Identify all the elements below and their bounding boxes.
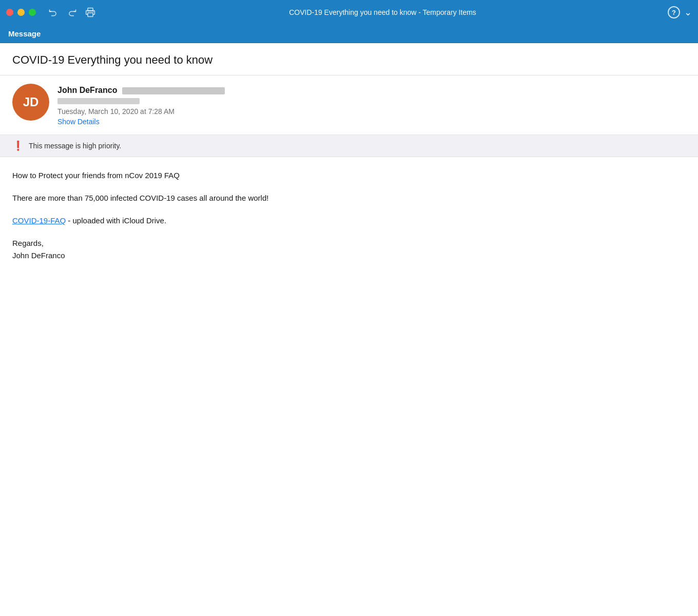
exclamation-icon: ❗ [12,140,24,151]
undo-button[interactable] [46,5,61,20]
toolbar-buttons [46,5,98,20]
sender-info: John DeFranco Tuesday, March 10, 2020 at… [57,84,686,126]
redo-button[interactable] [65,5,79,20]
sender-to-blurred [57,98,140,104]
title-bar: COVID-19 Everything you need to know - T… [0,0,698,25]
title-bar-actions: ? ⌄ [668,6,692,18]
priority-text: This message is high priority. [29,142,121,150]
priority-banner: ❗ This message is high priority. [0,135,698,157]
help-button[interactable]: ? [668,6,680,18]
print-button[interactable] [83,5,98,20]
close-button[interactable] [6,9,13,16]
avatar: JD [12,84,49,121]
covid-faq-link[interactable]: COVID-19-FAQ [12,216,66,225]
sender-name-row: John DeFranco [57,86,686,95]
link-suffix: - uploaded with iCloud Drive. [66,216,166,225]
closing-line2: John DeFranco [12,251,65,260]
email-body: How to Protect your friends from nCov 20… [0,157,698,284]
menu-bar: Message [0,25,698,43]
sender-email-blurred [122,87,225,94]
maximize-button[interactable] [29,9,36,16]
window-title: COVID-19 Everything you need to know - T… [104,8,662,16]
traffic-lights [6,9,36,16]
email-closing: Regards, John DeFranco [12,237,686,262]
body-link-line: COVID-19-FAQ - uploaded with iCloud Driv… [12,215,686,227]
content-area: COVID-19 Everything you need to know JD … [0,43,698,284]
svg-rect-1 [88,13,93,17]
body-line1: How to Protect your friends from nCov 20… [12,169,686,182]
svg-point-2 [93,11,94,12]
sender-date: Tuesday, March 10, 2020 at 7:28 AM [57,107,686,116]
closing-line1: Regards, [12,239,44,247]
email-subject: COVID-19 Everything you need to know [0,43,698,75]
minimize-button[interactable] [17,9,25,16]
chevron-down-button[interactable]: ⌄ [684,7,692,18]
sender-name: John DeFranco [57,86,117,95]
message-menu[interactable]: Message [8,29,41,38]
sender-section: JD John DeFranco Tuesday, March 10, 2020… [0,75,698,135]
show-details-link[interactable]: Show Details [57,118,100,126]
body-line2: There are more than 75,000 infected COVI… [12,192,686,204]
